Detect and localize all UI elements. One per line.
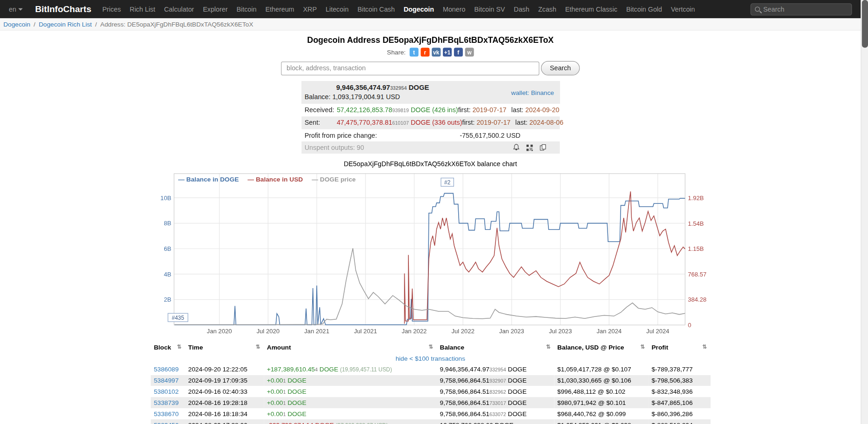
- received-row: Received: 57,422,126,853.78939819 DOGE (…: [301, 104, 560, 116]
- breadcrumb-dogecoin[interactable]: Dogecoin: [3, 21, 30, 27]
- block-link[interactable]: 5338670: [154, 411, 179, 417]
- profit-value: -755,617,500.2 USD: [460, 131, 520, 140]
- tx-col-profit[interactable]: Profit⇅: [648, 342, 710, 353]
- sent-value: 47,475,770,378.81610107 DOGE (336 outs): [337, 118, 462, 128]
- block-link[interactable]: 5329456: [154, 422, 179, 424]
- tx-balance-usd: $1,030,330,665 @ $0.106: [554, 375, 648, 386]
- qr-code-icon[interactable]: [526, 144, 533, 151]
- tx-time: 2024-08-09 17:38:00: [185, 419, 263, 424]
- block-link[interactable]: 5386089: [154, 366, 179, 372]
- tx-col-time[interactable]: Time⇅: [185, 342, 263, 353]
- svg-text:768.57: 768.57: [688, 271, 706, 278]
- tx-amount: +0.001 DOGE: [264, 408, 437, 419]
- sort-icon[interactable]: ⇅: [177, 344, 181, 350]
- copy-icon[interactable]: [539, 144, 546, 152]
- nav-item-explorer[interactable]: Explorer: [199, 5, 232, 13]
- nav-item-dogecoin[interactable]: Dogecoin: [399, 5, 438, 13]
- nav-item-monero[interactable]: Monero: [438, 5, 470, 13]
- hide-small-tx-link[interactable]: hide < $100 transactions: [395, 355, 465, 362]
- nav-item-bitcoin-cash[interactable]: Bitcoin Cash: [353, 5, 399, 13]
- bell-icon[interactable]: [513, 144, 520, 152]
- address-summary: 9,946,356,474.97332954 DOGE Balance: 1,0…: [301, 81, 560, 154]
- svg-text:#435: #435: [172, 315, 184, 321]
- tx-col-balance-usd-price[interactable]: Balance, USD @ Price⇅: [554, 342, 648, 353]
- nav-item-ethereum-classic[interactable]: Ethereum Classic: [561, 5, 621, 13]
- facebook-share-icon[interactable]: f: [454, 47, 463, 56]
- search-form: Search: [151, 61, 710, 75]
- svg-text:1.54B: 1.54B: [688, 220, 703, 227]
- svg-text:8B: 8B: [164, 220, 171, 227]
- navbar: en BitInfoCharts PricesRich ListCalculat…: [0, 0, 861, 18]
- tx-profit: $-832,348,936: [648, 386, 710, 397]
- tx-balance: 10,758,766,238.66 DOGE: [436, 419, 554, 424]
- tx-profit: $-789,378,777: [648, 364, 710, 375]
- hide-small-tx-row: hide < $100 transactions: [151, 353, 710, 364]
- language-selector[interactable]: en: [3, 5, 28, 13]
- breadcrumb: Dogecoin / Dogecoin Rich List / Address:…: [0, 18, 861, 30]
- nav-item-xrp[interactable]: XRP: [299, 5, 321, 13]
- sort-icon[interactable]: ⇅: [546, 344, 551, 350]
- nav-item-bitcoin-gold[interactable]: Bitcoin Gold: [622, 5, 667, 13]
- breadcrumb-separator: /: [95, 21, 97, 27]
- nav-item-zcash[interactable]: Zcash: [534, 5, 561, 13]
- twitter-share-icon[interactable]: t: [409, 47, 418, 56]
- legend-balance-in-doge[interactable]: — Balance in DOGE: [178, 176, 239, 182]
- scrollbar-thumb[interactable]: [862, 0, 868, 47]
- tx-balance-usd: $996,488,112 @ $0.102: [554, 386, 648, 397]
- tx-col-amount[interactable]: Amount⇅: [264, 342, 437, 353]
- tx-row: 53294562024-08-09 17:38:00-999,799,374.1…: [151, 419, 710, 424]
- search-input[interactable]: [281, 61, 539, 75]
- nav-item-prices[interactable]: Prices: [98, 5, 126, 13]
- unspent-row: Unspent outputs: 90: [301, 141, 560, 154]
- tx-balance: 9,758,966,864.51832962 DOGE: [436, 386, 554, 397]
- sort-icon[interactable]: ⇅: [255, 344, 260, 350]
- svg-text:Jan 2022: Jan 2022: [401, 328, 427, 335]
- wallet-link[interactable]: wallet: Binance: [511, 88, 554, 97]
- vk-share-icon[interactable]: vk: [432, 47, 441, 56]
- block-link[interactable]: 5380102: [154, 388, 179, 395]
- nav-item-vertcoin[interactable]: Vertcoin: [667, 5, 700, 13]
- weibo-share-icon[interactable]: w: [465, 47, 474, 56]
- nav-item-bitcoin[interactable]: Bitcoin: [232, 5, 261, 13]
- sort-icon[interactable]: ⇅: [640, 344, 645, 350]
- share-icons: trvk+1fw: [409, 47, 474, 56]
- brand-logo[interactable]: BitInfoCharts: [28, 4, 98, 14]
- navbar-search-box[interactable]: [750, 3, 852, 15]
- legend-balance-in-usd[interactable]: — Balance in USD: [247, 176, 303, 182]
- legend-doge-price[interactable]: — DOGE price: [312, 176, 355, 182]
- window-scrollbar[interactable]: [861, 0, 868, 424]
- sort-icon[interactable]: ⇅: [702, 344, 707, 350]
- chevron-down-icon: [19, 8, 23, 11]
- tx-time: 2024-09-19 17:09:35: [185, 375, 263, 386]
- sort-icon[interactable]: ⇅: [428, 344, 433, 350]
- breadcrumb-rich-list[interactable]: Dogecoin Rich List: [39, 21, 92, 27]
- reddit-share-icon[interactable]: r: [421, 47, 429, 56]
- like-share-icon[interactable]: +1: [443, 47, 452, 56]
- tx-balance-usd: $1,054,359,091 @ $0.098: [554, 419, 648, 424]
- nav-item-litecoin[interactable]: Litecoin: [321, 5, 353, 13]
- svg-text:Jul 2024: Jul 2024: [646, 328, 669, 335]
- nav-item-rich-list[interactable]: Rich List: [125, 5, 160, 13]
- search-button[interactable]: Search: [541, 61, 580, 75]
- language-label: en: [9, 5, 16, 13]
- svg-text:Jan 2020: Jan 2020: [207, 328, 232, 335]
- tx-time: 2024-08-16 18:18:34: [185, 408, 263, 419]
- profit-row: Profit from price change: -755,617,500.2…: [301, 129, 560, 141]
- share-row: Share: trvk+1fw: [151, 47, 710, 57]
- balance-chart: Jan 2020Jul 2020Jan 2021Jul 2021Jan 2022…: [151, 169, 710, 338]
- navbar-search-input[interactable]: [763, 5, 848, 13]
- tx-profit: $-868,518,204: [648, 419, 710, 424]
- tx-time: 2024-08-16 19:28:18: [185, 397, 263, 408]
- tx-header-row: Block⇅Time⇅Amount⇅Balance⇅Balance, USD @…: [151, 342, 710, 353]
- nav-item-bitcoin-sv[interactable]: Bitcoin SV: [470, 5, 509, 13]
- block-link[interactable]: 5338739: [154, 399, 179, 406]
- sent-row: Sent: 47,475,770,378.81610107 DOGE (336 …: [301, 116, 560, 129]
- block-link[interactable]: 5384997: [154, 377, 179, 384]
- tx-col-balance[interactable]: Balance⇅: [436, 342, 554, 353]
- tx-col-block[interactable]: Block⇅: [151, 342, 185, 353]
- nav-item-dash[interactable]: Dash: [509, 5, 534, 13]
- svg-text:Jul 2023: Jul 2023: [548, 328, 572, 335]
- nav-item-calculator[interactable]: Calculator: [160, 5, 198, 13]
- nav-item-ethereum[interactable]: Ethereum: [261, 5, 299, 13]
- svg-text:Jul 2020: Jul 2020: [256, 328, 280, 335]
